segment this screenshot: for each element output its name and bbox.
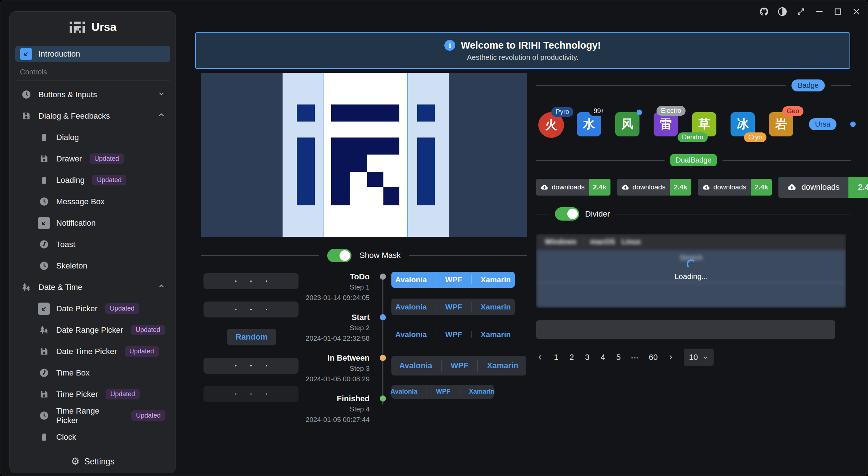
chevron-up-icon	[157, 111, 165, 121]
divider-line	[409, 255, 527, 256]
loading-overlay: Loading...	[536, 250, 846, 308]
divider-toggle[interactable]	[555, 207, 579, 221]
avalonia-button[interactable]: Avalonia	[381, 388, 426, 396]
page-size-select[interactable]: 10	[684, 349, 713, 366]
close-icon[interactable]	[851, 6, 862, 17]
github-icon[interactable]	[758, 6, 769, 17]
sidebar-item-dialog[interactable]: Dialog	[15, 129, 170, 145]
geo-badge: Geo	[782, 106, 803, 116]
titlebar	[758, 6, 862, 17]
sidebar-item-date-range-picker[interactable]: Date Range Picker Updated	[15, 322, 170, 338]
divider-line	[536, 160, 665, 161]
minimize-icon[interactable]	[814, 6, 825, 17]
sidebar-item-loading[interactable]: Loading Updated	[15, 172, 170, 188]
app-title: Ursa	[91, 21, 116, 34]
page-button-2[interactable]: 2	[569, 353, 575, 362]
xamarin-button[interactable]: Xamarin	[471, 302, 520, 312]
time-box-input[interactable]	[203, 301, 299, 317]
wpf-button[interactable]: WPF	[427, 388, 460, 396]
time-box-input-disabled[interactable]	[203, 386, 299, 402]
wpf-button[interactable]: WPF	[436, 331, 472, 338]
xamarin-button[interactable]: Xamarin	[471, 331, 520, 338]
avalonia-button[interactable]: Avalonia	[386, 275, 436, 284]
sidebar-item-message-box[interactable]: Message Box	[15, 193, 170, 210]
sidebar-item-date-time-picker[interactable]: Date Time Picker Updated	[15, 343, 170, 360]
intro-right-column: Badge 火 Pyro 水 99+ 风 雷 Electro 草 Dendr	[536, 79, 851, 381]
floppy-icon	[38, 153, 50, 165]
battery-icon	[38, 431, 50, 443]
updated-badge: Updated	[131, 325, 165, 335]
time-box-input[interactable]	[203, 358, 299, 374]
page-button-4[interactable]: 4	[600, 353, 606, 362]
cloud-download-icon	[540, 183, 548, 191]
theme-toggle-icon[interactable]	[777, 6, 788, 17]
fullscreen-icon[interactable]	[795, 6, 806, 17]
page-button-3[interactable]: 3	[584, 353, 590, 362]
badge-item-cryo: 冰 Cryo	[731, 112, 755, 136]
dualbadge-section-divider: DualBadge	[536, 154, 851, 166]
badge-item-hydro: 水 99+	[577, 112, 601, 136]
sidebar-item-time-box[interactable]: Time Box	[15, 365, 170, 381]
banner-subtitle: Aesthetic revolution of productivity.	[467, 53, 579, 62]
sidebar-item-time-range-picker[interactable]: Time Range Picker Updated	[15, 407, 170, 424]
floppy-icon	[38, 388, 50, 401]
time-box-input[interactable]	[203, 273, 299, 289]
random-button[interactable]: Random	[227, 329, 276, 345]
maximize-icon[interactable]	[832, 6, 843, 17]
sidebar-item-dialog-feedbacks[interactable]: Dialog & Feedbacks	[15, 108, 170, 124]
divider-line	[831, 85, 851, 86]
pagination-ellipsis[interactable]: •••	[631, 354, 639, 361]
avalonia-button[interactable]: Avalonia	[390, 360, 441, 372]
sidebar-item-toast[interactable]: Toast	[15, 236, 170, 253]
timeline: ToDo Step 1 2023-01-14 09:24:05 Start St…	[292, 269, 388, 428]
avalonia-button[interactable]: Avalonia	[386, 302, 436, 312]
pagination: 1 2 3 4 5 ••• 60 10	[537, 349, 713, 366]
floppy-icon	[20, 110, 32, 122]
cryo-badge: Cryo	[744, 132, 766, 142]
timeline-entry-todo: ToDo Step 1 2023-01-14 09:24:05	[292, 272, 388, 303]
show-mask-toggle[interactable]	[327, 249, 351, 262]
music-note-icon	[38, 367, 50, 379]
clock-icon	[38, 260, 50, 272]
button-group-borderless: AvaloniaWPFXamarin	[391, 328, 515, 341]
sidebar-item-date-picker[interactable]: Date Picker Updated	[15, 300, 170, 317]
tab-windows[interactable]: Windows	[545, 238, 577, 246]
divider-demo-label: Divider	[585, 209, 610, 219]
button-group-dark: AvaloniaWPFXamarin	[391, 299, 515, 315]
badge-section-pill: Badge	[791, 79, 825, 91]
wpf-button[interactable]: WPF	[441, 360, 478, 372]
updated-badge: Updated	[106, 389, 140, 399]
sidebar-item-skeleton[interactable]: Skeleton	[15, 258, 170, 274]
next-page-button[interactable]	[667, 354, 674, 361]
cloud-download-icon	[621, 183, 629, 191]
xamarin-button[interactable]: Xamarin	[471, 275, 520, 284]
tab-strip: Windows macOS Linux	[536, 234, 846, 250]
banner-title: Welcome to IRIHI Technology!	[461, 40, 601, 51]
sidebar-item-drawer[interactable]: Drawer Updated	[15, 151, 170, 167]
tab-macos[interactable]: macOS	[590, 238, 615, 246]
badge-demo-row: 火 Pyro 水 99+ 风 雷 Electro 草 Dendro 冰 Cryo	[538, 108, 856, 140]
page-button-5[interactable]: 5	[616, 353, 621, 362]
settings-button[interactable]: ⚙ Settings	[10, 450, 176, 473]
sidebar-item-date-time[interactable]: Date & Time	[15, 279, 170, 295]
page-button-1[interactable]: 1	[553, 353, 559, 362]
sidebar-item-notification[interactable]: Notification	[15, 215, 170, 231]
wpf-button[interactable]: WPF	[436, 275, 472, 284]
trees-icon	[38, 324, 50, 336]
wpf-button[interactable]: WPF	[436, 302, 472, 312]
downloads-badge: downloads 2.4k	[698, 179, 772, 196]
sidebar-item-time-picker[interactable]: Time Picker Updated	[15, 386, 170, 402]
xamarin-button[interactable]: Xamarin	[460, 388, 504, 396]
sidebar-item-clock[interactable]: Clock	[15, 429, 170, 445]
gear-icon: ⚙	[71, 457, 79, 467]
arrow-square-icon	[38, 303, 50, 315]
sidebar-item-buttons-inputs[interactable]: Buttons & Inputs	[15, 86, 170, 103]
timeline-dot	[380, 395, 386, 402]
avalonia-button[interactable]: Avalonia	[386, 331, 436, 338]
divider-line	[616, 214, 851, 214]
xamarin-button[interactable]: Xamarin	[477, 360, 527, 372]
sidebar-item-introduction[interactable]: Introduction	[15, 46, 170, 62]
page-button-60[interactable]: 60	[649, 353, 658, 362]
previous-page-button[interactable]	[537, 354, 543, 361]
tab-linux[interactable]: Linux	[622, 238, 641, 246]
